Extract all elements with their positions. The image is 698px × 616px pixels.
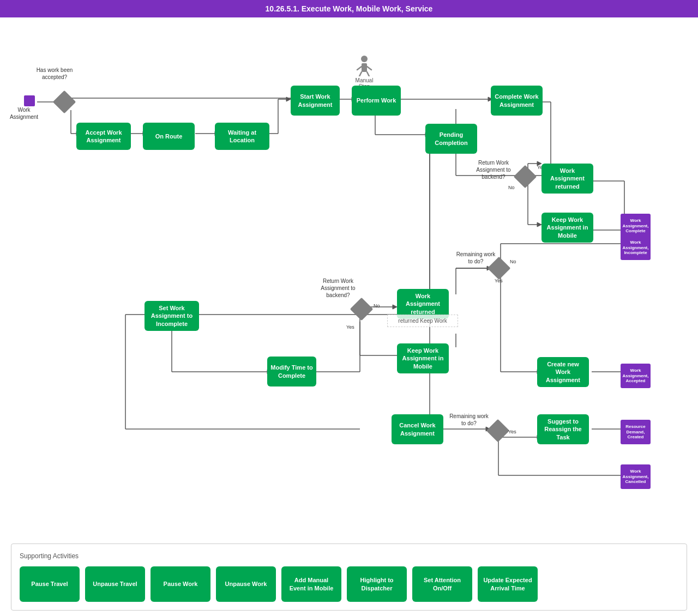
keep-work-top-box[interactable]: Keep Work Assignment in Mobile — [541, 213, 593, 243]
support-btn-0[interactable]: Pause Travel — [20, 566, 80, 602]
svg-line-85 — [357, 67, 362, 70]
page-container: 10.26.5.1. Execute Work, Mobile Work, Se… — [0, 0, 698, 616]
svg-marker-34 — [537, 222, 541, 227]
main-diagram: Work Assignment Has work been accepted? … — [0, 17, 698, 538]
accept-work-box[interactable]: Accept Work Assignment — [76, 123, 131, 150]
svg-marker-50 — [393, 305, 397, 309]
complete-work-box[interactable]: Complete Work Assignment — [491, 86, 543, 116]
suggest-reassign-box[interactable]: Suggest to Reassign the Task — [537, 414, 589, 444]
wa-accepted-box: Work Assignment, Accepted — [621, 364, 651, 388]
yes-label-rem-bot: Yes — [508, 429, 516, 434]
support-btn-7[interactable]: Update Expected Arrival Time — [478, 566, 538, 602]
header-bar: 10.26.5.1. Execute Work, Mobile Work, Se… — [0, 0, 698, 17]
cancel-work-box[interactable]: Cancel Work Assignment — [392, 414, 443, 444]
supporting-activities: Supporting Activities Pause TravelUnpaus… — [11, 543, 687, 611]
header-title: 10.26.5.1. Execute Work, Mobile Work, Se… — [266, 4, 433, 13]
waiting-box[interactable]: Waiting at Location — [215, 123, 269, 150]
support-btn-2[interactable]: Pause Work — [151, 566, 210, 602]
support-btn-1[interactable]: Unpause Travel — [85, 566, 145, 602]
diagram-lines — [0, 17, 698, 508]
work-assignment-start — [24, 95, 35, 106]
svg-point-83 — [361, 56, 368, 62]
return-backend-mid-label: Return Work Assignment to backend? — [316, 277, 360, 299]
perform-work-box[interactable]: Perform Work — [352, 86, 401, 116]
pending-completion-box[interactable]: Pending Completion — [425, 124, 477, 154]
work-assignment-label: Work Assignment — [8, 106, 40, 120]
supporting-buttons-container: Pause TravelUnpause TravelPause WorkUnpa… — [20, 566, 678, 602]
support-btn-3[interactable]: Unpause Work — [216, 566, 276, 602]
no-label-top: No — [508, 185, 515, 190]
svg-line-88 — [367, 72, 370, 76]
remaining-work-bottom-label: Remaining work to do? — [447, 413, 491, 427]
wa-returned-top-box[interactable]: Work Assignment returned — [541, 164, 593, 194]
returned-keep-label: returned Keep Work — [387, 315, 458, 327]
wa-cancelled-box: Work Assignment, Cancelled — [621, 464, 651, 489]
supporting-title: Supporting Activities — [20, 552, 678, 560]
support-btn-4[interactable]: Add Manual Event in Mobile — [281, 566, 341, 602]
diamond-return-mid — [350, 298, 373, 321]
remaining-work-top-label: Remaining work to do? — [455, 251, 496, 265]
svg-line-86 — [367, 67, 371, 70]
on-route-box[interactable]: On Route — [143, 123, 195, 150]
support-btn-6[interactable]: Set Attention On/Off — [412, 566, 472, 602]
no-label-rem-top: No — [510, 259, 516, 264]
support-btn-5[interactable]: Highlight to Dispatcher — [347, 566, 407, 602]
resource-demand-box: Resource Demand, Created — [621, 420, 651, 444]
svg-rect-84 — [362, 63, 367, 72]
return-backend-top-label: Return Work Assignment to backend? — [472, 159, 515, 180]
svg-line-87 — [359, 72, 362, 76]
wa-incomplete-box: Work Assignment, Incomplete — [621, 235, 651, 260]
set-incomplete-box[interactable]: Set Work Assignment to Incomplete — [145, 301, 199, 331]
no-label-mid: No — [374, 303, 380, 309]
yes-label-rem-top: Yes — [495, 278, 503, 283]
modify-time-box[interactable]: Modify Time to Complete — [267, 357, 316, 386]
start-work-box[interactable]: Start Work Assignment — [291, 86, 340, 116]
manual-step-icon: Manual Step — [353, 55, 375, 89]
diamond-has-work — [53, 90, 76, 113]
create-new-work-box[interactable]: Create new Work Assignment — [537, 357, 589, 387]
wa-complete-box: Work Assignment, Complete — [621, 214, 651, 238]
diamond-return-top — [514, 165, 537, 188]
keep-work-mid-box[interactable]: Keep Work Assignment in Mobile — [397, 343, 449, 373]
has-work-label: Has work been accepted? — [33, 67, 76, 81]
svg-marker-12 — [286, 97, 291, 101]
yes-label-mid: Yes — [346, 324, 354, 330]
